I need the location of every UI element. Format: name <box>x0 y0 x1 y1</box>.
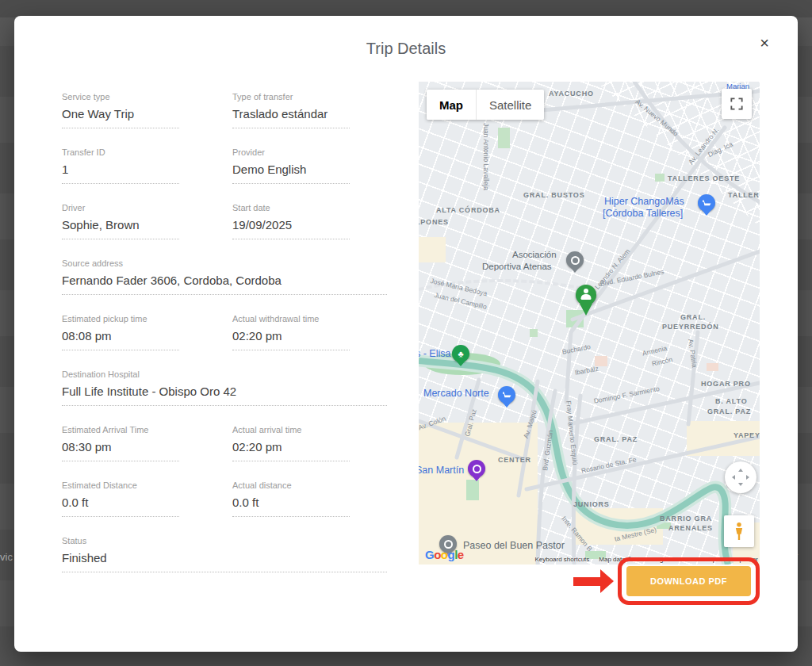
pan-control-button[interactable] <box>725 461 756 493</box>
field-provider: Provider Demo English <box>232 147 350 184</box>
google-map[interactable]: MarianAYACUCHOAv. Nuevo MundoAv. Leandro… <box>419 82 760 565</box>
field-value: Traslado estándar <box>232 107 350 128</box>
map-poi-icon[interactable] <box>498 386 515 404</box>
field-value: 19/09/2025 <box>232 218 350 239</box>
field-label: Estimated Distance <box>62 480 179 491</box>
satellite-view-button[interactable]: Satellite <box>476 90 544 120</box>
fullscreen-icon <box>729 96 745 112</box>
field-value: Full Life Institute - Obispo Oro 42 <box>62 385 387 406</box>
map-view-button[interactable]: Map <box>427 90 476 120</box>
field-source-address: Source address Fernando Fader 3606, Cord… <box>62 258 387 295</box>
field-label: Actual distance <box>232 480 350 491</box>
field-label: Actual arrival time <box>232 425 350 435</box>
field-estimated-distance: Estimated Distance 0.0 ft <box>62 480 179 517</box>
field-value: 02:20 pm <box>232 440 350 461</box>
field-value: 0.0 ft <box>232 496 350 517</box>
field-value: 1 <box>62 163 179 184</box>
field-value: Fernando Fader 3606, Cordoba, Cordoba <box>62 274 387 295</box>
field-value: 02:20 pm <box>232 329 350 350</box>
field-type-of-transfer: Type of transfer Traslado estándar <box>232 92 350 128</box>
pegman-streetview-button[interactable] <box>724 515 754 547</box>
field-label: Estimated pickup time <box>62 314 179 324</box>
field-actual-distance: Actual distance 0.0 ft <box>232 480 350 517</box>
field-actual-arrival-time: Actual arrival time 02:20 pm <box>232 425 350 461</box>
field-label: Destination Hospital <box>62 369 387 380</box>
annotation-arrow-icon <box>573 569 614 593</box>
map-pois: ♣ <box>419 82 760 565</box>
field-estimated-pickup-time: Estimated pickup time 08:08 pm <box>62 314 179 350</box>
fullscreen-button[interactable] <box>722 89 752 119</box>
map-type-control: Map Satellite <box>427 90 544 120</box>
pegman-icon <box>730 521 748 542</box>
field-actual-withdrawal-time: Actual withdrawal time 02:20 pm <box>232 314 350 350</box>
field-transfer-id: Transfer ID 1 <box>62 147 179 184</box>
map-poi-icon[interactable] <box>468 460 485 477</box>
field-label: Start date <box>232 203 350 213</box>
field-value: 08:08 pm <box>62 329 179 350</box>
field-estimated-arrival-time: Estimated Arrival Time 08:30 pm <box>62 425 179 461</box>
field-label: Source address <box>62 258 387 269</box>
annotation-highlight-box: DOWNLOAD PDF <box>618 557 760 605</box>
destination-marker-icon[interactable] <box>576 285 596 305</box>
field-value: Demo English <box>232 163 350 184</box>
download-pdf-button[interactable]: DOWNLOAD PDF <box>626 566 751 596</box>
trip-form: Service type One Way Trip Type of transf… <box>62 92 389 591</box>
field-service-type: Service type One Way Trip <box>62 92 179 128</box>
field-start-date: Start date 19/09/2025 <box>232 203 350 239</box>
status-value: Finished <box>62 551 387 572</box>
map-poi-icon[interactable] <box>698 194 715 212</box>
field-label: Estimated Arrival Time <box>62 425 179 435</box>
page-title: Trip Details <box>14 40 798 57</box>
modal-header: Trip Details × <box>14 16 798 57</box>
field-status: Status Finished <box>62 536 387 572</box>
field-destination-hospital: Destination Hospital Full Life Institute… <box>62 369 387 406</box>
field-value: 0.0 ft <box>62 496 179 517</box>
field-label: Type of transfer <box>232 92 350 102</box>
close-icon[interactable]: × <box>758 33 771 52</box>
field-label: Actual withdrawal time <box>232 314 350 324</box>
field-value: One Way Trip <box>62 107 179 128</box>
field-driver: Driver Sophie, Brown <box>62 203 179 239</box>
field-label: Status <box>62 536 387 546</box>
field-label: Driver <box>62 203 179 213</box>
field-label: Transfer ID <box>62 147 179 158</box>
field-value: Sophie, Brown <box>62 218 179 239</box>
pan-arrows-icon <box>730 466 752 488</box>
background-partial-text: vic <box>0 551 13 563</box>
trip-details-modal: Trip Details × Service type One Way Trip… <box>14 16 798 652</box>
map-poi-icon[interactable] <box>566 251 584 269</box>
field-label: Provider <box>232 147 350 158</box>
field-value: 08:30 pm <box>62 440 179 461</box>
field-label: Service type <box>62 92 179 102</box>
map-poi-icon[interactable]: ♣ <box>452 345 469 362</box>
